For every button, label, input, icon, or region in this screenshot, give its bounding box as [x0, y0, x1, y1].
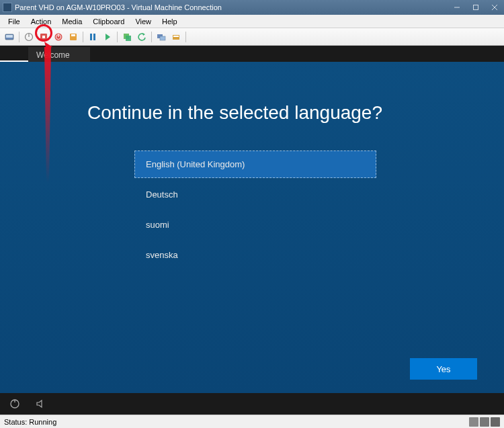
toolbar: [0, 28, 504, 46]
svg-marker-20: [142, 33, 145, 36]
status-icons: [469, 417, 500, 427]
svg-rect-5: [6, 35, 13, 38]
vm-display: Welcome Continue in the selected languag…: [0, 46, 504, 415]
app-icon: [3, 3, 12, 12]
svg-rect-1: [474, 5, 478, 10]
svg-rect-19: [126, 36, 131, 41]
share-icon[interactable]: [169, 30, 183, 44]
svg-rect-24: [173, 36, 179, 37]
svg-rect-16: [93, 34, 95, 40]
accessibility-icon[interactable]: [9, 398, 20, 409]
reset-icon[interactable]: [101, 30, 114, 44]
menu-clipboard[interactable]: Clipboard: [87, 16, 130, 27]
status-lock-icon: [491, 417, 500, 427]
menu-bar: File Action Media Clipboard View Help: [0, 15, 504, 28]
enhanced-session-icon[interactable]: [155, 30, 168, 44]
svg-marker-17: [106, 34, 110, 40]
start-icon[interactable]: [22, 30, 36, 44]
toolbar-separator: [19, 32, 19, 42]
menu-file[interactable]: File: [3, 16, 26, 27]
pause-icon[interactable]: [86, 30, 99, 44]
window-controls: [448, 0, 504, 15]
menu-action[interactable]: Action: [26, 16, 57, 27]
toolbar-separator: [185, 32, 186, 42]
svg-rect-22: [160, 36, 165, 40]
status-disk-icon: [480, 417, 489, 427]
tab-indicator: [0, 46, 28, 62]
title-bar: Parent VHD on AGM-W10PRO03 - Virtual Mac…: [0, 0, 504, 15]
status-indicator-icon: [469, 417, 478, 427]
volume-icon[interactable]: [35, 398, 46, 409]
svg-rect-14: [71, 34, 75, 36]
turn-off-icon[interactable]: [37, 30, 50, 44]
window-title: Parent VHD on AGM-W10PRO03 - Virtual Mac…: [15, 3, 448, 11]
shut-down-icon[interactable]: [52, 30, 65, 44]
ctrl-alt-del-icon[interactable]: [3, 30, 16, 44]
maximize-button[interactable]: [466, 0, 485, 15]
close-button[interactable]: [485, 0, 504, 15]
svg-rect-15: [90, 34, 92, 40]
language-option-deutsch[interactable]: Deutsch: [134, 181, 376, 208]
toolbar-separator: [83, 32, 83, 42]
language-option-english[interactable]: English (United Kingdom): [134, 151, 376, 178]
save-icon[interactable]: [67, 30, 80, 44]
menu-media[interactable]: Media: [56, 16, 87, 27]
minimize-button[interactable]: [448, 0, 466, 15]
yes-button[interactable]: Yes: [410, 358, 477, 380]
language-list: English (United Kingdom) Deutsch suomi s…: [134, 151, 376, 271]
toolbar-separator: [117, 32, 118, 42]
oobe-bottom-bar: [0, 393, 504, 415]
oobe-content: Continue in the selected language? Engli…: [0, 62, 504, 393]
language-option-svenska[interactable]: svenska: [134, 241, 376, 269]
menu-view[interactable]: View: [130, 16, 157, 27]
toolbar-separator: [151, 32, 152, 42]
language-option-suomi[interactable]: suomi: [134, 211, 376, 239]
checkpoint-icon[interactable]: [120, 30, 134, 44]
svg-rect-9: [42, 36, 45, 38]
tab-welcome[interactable]: Welcome: [28, 47, 90, 62]
revert-icon[interactable]: [135, 30, 149, 44]
menu-help[interactable]: Help: [157, 16, 183, 27]
oobe-tab-row: Welcome: [0, 46, 504, 62]
status-text: Status: Running: [4, 418, 469, 426]
page-heading: Continue in the selected language?: [87, 102, 470, 124]
status-bar: Status: Running: [0, 415, 504, 428]
